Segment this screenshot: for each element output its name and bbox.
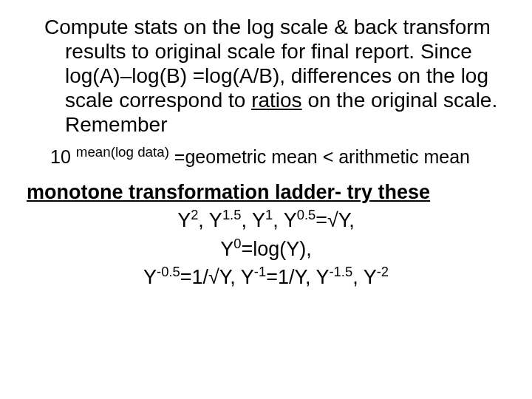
l3-d: , Y [352,266,377,288]
l3-b: =1/√Y, Y [180,266,254,288]
formula-rest: =geometric mean < arithmetic mean [169,146,470,167]
l1-d: , Y [273,209,297,231]
l1-exp-0-5: 0.5 [297,207,316,222]
l3-c: =1/Y, [266,266,310,288]
slide: Compute stats on the log scale & back tr… [0,0,532,399]
ladder-line-3: Y-0.5=1/√Y, Y-1=1/Y, Y-1.5, Y-2 [27,264,505,290]
l1-c: , Y [241,209,265,231]
l3-exp-neg-2: -2 [377,264,389,279]
l3-cgap: Y [310,266,329,288]
l2-b: =log(Y), [241,238,311,260]
l1-e: =√Y, [316,209,355,231]
l3-exp-neg-0-5: -0.5 [157,264,180,279]
formula-exponent: mean(log data) [76,144,169,160]
l2-a: Y [220,238,233,260]
intro-paragraph: Compute stats on the log scale & back tr… [27,15,505,137]
l1-exp-2: 2 [191,207,198,222]
ratios-word: ratios [251,89,301,112]
l1-exp-1-5: 1.5 [222,207,242,222]
ladder-line-1: Y2, Y1.5, Y1, Y0.5=√Y, [27,207,505,233]
ladder-line-2: Y0=log(Y), [27,236,505,262]
l1-a: Y [177,209,191,231]
geometric-mean-formula: 10 mean(log data) =geometric mean < arit… [27,144,505,168]
l2-exp-0: 0 [233,236,241,251]
formula-base: 10 [50,146,76,167]
l3-exp-neg-1-5: -1.5 [330,264,353,279]
l1-exp-1: 1 [265,207,273,222]
l3-a: Y [143,266,157,288]
l3-exp-neg-1: -1 [254,264,266,279]
ladder-heading: monotone transformation ladder- try thes… [27,181,505,204]
l1-b: , Y [198,209,222,231]
